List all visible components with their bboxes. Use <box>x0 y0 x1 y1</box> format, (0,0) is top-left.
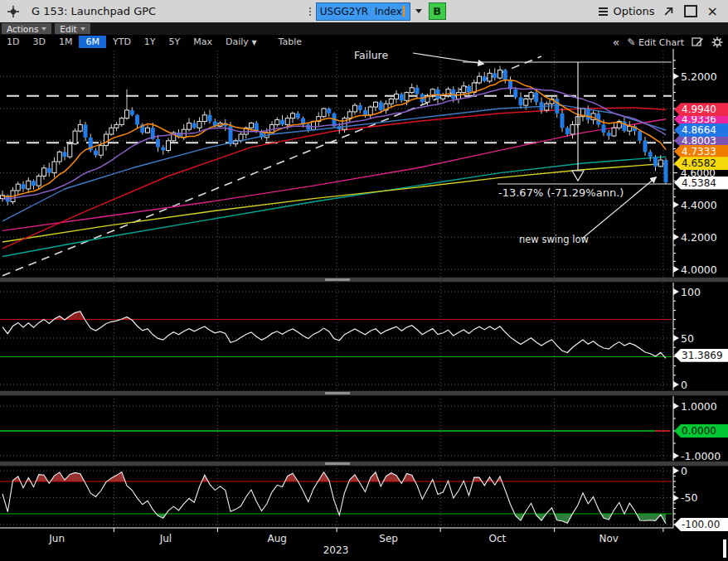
tick-arrow-icon <box>673 467 679 474</box>
magenta-lt-ma-line <box>2 119 666 231</box>
tick-arrow-icon <box>673 288 679 295</box>
options-button[interactable]: Options <box>599 5 654 17</box>
maximize-button[interactable] <box>684 5 697 17</box>
period-select[interactable]: Daily ▼ <box>219 36 264 48</box>
menu-actions[interactable]: Actions <box>2 23 51 34</box>
move-crosshair-icon[interactable] <box>7 5 20 18</box>
axis-tick-label: 0 <box>673 464 687 477</box>
failure-arrow <box>413 53 483 64</box>
measure-arrowhead <box>572 171 584 181</box>
divider-handle-icon[interactable] <box>325 392 350 394</box>
tick-arrow-icon <box>673 495 679 501</box>
range-5y[interactable]: 5Y <box>163 36 187 48</box>
x-axis-year-label: 2023 <box>323 544 349 556</box>
x-axis-month-label: Jul <box>160 533 172 544</box>
popout-button[interactable] <box>663 6 674 17</box>
range-max[interactable]: Max <box>187 36 219 48</box>
security-dropdown-icon[interactable] <box>415 9 422 13</box>
chevron-down-icon <box>80 27 85 31</box>
price-label-chip: -100.00 <box>674 518 728 531</box>
menu-bar: Actions Edit <box>0 22 728 35</box>
axis-tick-label: 4.0000 <box>673 263 717 276</box>
tick-arrow-icon <box>673 234 679 240</box>
price-label-chip: 4.7333 <box>674 145 728 158</box>
tick-arrow-icon <box>673 73 679 80</box>
x-axis: 2023 JunJulAugSepOctNov <box>0 528 673 561</box>
text-caret <box>403 6 405 17</box>
x-axis-month-label: Oct <box>489 533 507 544</box>
price-label-chip: 4.8664 <box>674 123 728 137</box>
page-title: G 153: Launchpad GPC <box>32 5 156 17</box>
panel-divider[interactable] <box>0 277 728 283</box>
price-label-chip: 31.3869 <box>674 349 728 362</box>
collapse-chevrons-icon[interactable]: « <box>613 36 620 49</box>
axis-tick-label: 50 <box>673 331 694 345</box>
hamburger-icon <box>599 7 608 16</box>
range-6m[interactable]: 6M <box>79 36 106 48</box>
axis-tick-label: 4.4000 <box>673 198 717 211</box>
security-ticker: USGG2YR Index <box>320 6 402 17</box>
axis-tick-label: 100 <box>673 285 701 298</box>
scrollbar-thumb[interactable] <box>723 539 726 558</box>
x-axis-month-label: Sep <box>379 533 398 544</box>
tick-arrow-icon <box>673 381 679 388</box>
bloomberg-badge-button[interactable]: B <box>429 2 446 20</box>
security-input[interactable]: USGG2YR Index <box>316 2 410 21</box>
rsi-line <box>2 312 666 359</box>
right-axis-labels: 5.20004.40004.20004.00004.60004.99404.93… <box>673 49 728 561</box>
menu-edit[interactable]: Edit <box>55 23 90 34</box>
wr-oversold-fill <box>2 471 666 524</box>
chart-canvas[interactable]: Failure -13.67% (-71.29%ann.) new swing … <box>0 49 728 561</box>
range-ytd[interactable]: YTD <box>106 36 138 48</box>
annotation-measure: -13.67% (-71.29%ann.) <box>498 186 624 199</box>
annotation-failure: Failure <box>354 49 388 61</box>
price-label-chip: 4.6582 <box>674 157 728 170</box>
close-button[interactable]: × <box>707 5 718 18</box>
price-label-chip: 4.9940 <box>674 103 728 116</box>
short-ma-line <box>2 80 666 197</box>
x-axis-month-label: Nov <box>599 533 619 544</box>
axis-tick-label: -1.0000 <box>673 449 721 462</box>
arrow-up-right-icon <box>663 6 674 17</box>
close-icon: × <box>707 5 718 18</box>
range-3d[interactable]: 3D <box>26 36 51 48</box>
tick-arrow-icon <box>673 452 679 459</box>
price-label-chip: 4.5384 <box>674 177 728 190</box>
divider-handle-icon[interactable] <box>325 278 350 281</box>
x-axis-month-label: Jun <box>49 533 65 544</box>
tick-arrow-icon <box>673 201 679 208</box>
panel-divider[interactable] <box>0 390 728 396</box>
tick-arrow-icon <box>673 335 679 341</box>
x-axis-month-label: Aug <box>268 533 287 544</box>
tick-arrow-icon <box>673 266 679 273</box>
tick-arrow-icon <box>673 403 679 409</box>
gear-icon[interactable] <box>711 36 723 48</box>
divider-handle-icon[interactable] <box>325 462 350 465</box>
range-1d[interactable]: 1D <box>0 36 26 48</box>
chart-toolbar: 1D 3D 1M 6M YTD 1Y 5Y Max Daily ▼ Table … <box>0 35 728 49</box>
axis-tick-label: 4.2000 <box>673 230 717 244</box>
chevron-down-icon: ▼ <box>251 39 256 46</box>
pencil-icon: ✎ <box>627 36 635 48</box>
maximize-icon <box>684 5 697 17</box>
annotation-swing-low: new swing low <box>519 234 589 245</box>
axis-tick-label: 5.2000 <box>673 70 717 83</box>
yellow-lt-ma-line <box>2 163 666 242</box>
axis-tick-label: -50 <box>673 491 697 505</box>
drag-dots-icon[interactable] <box>309 7 312 16</box>
panel-divider[interactable] <box>0 461 728 467</box>
annotate-chart-icon[interactable] <box>692 36 704 47</box>
axis-tick-label: 1.0000 <box>673 399 717 413</box>
edit-chart-button[interactable]: ✎ Edit Chart <box>627 36 684 48</box>
price-label-chip: 0.0000 <box>674 424 728 438</box>
chevron-down-icon <box>41 27 46 31</box>
range-1y[interactable]: 1Y <box>138 36 163 48</box>
table-button[interactable]: Table <box>272 36 308 48</box>
rsi-overbought-fill <box>2 312 666 384</box>
title-bar[interactable]: G 153: Launchpad GPC USGG2YR Index B Opt… <box>0 0 728 23</box>
range-1m[interactable]: 1M <box>52 36 80 48</box>
axis-tick-label: 0 <box>673 378 687 391</box>
launchpad-window: G 153: Launchpad GPC USGG2YR Index B Opt… <box>0 0 728 561</box>
